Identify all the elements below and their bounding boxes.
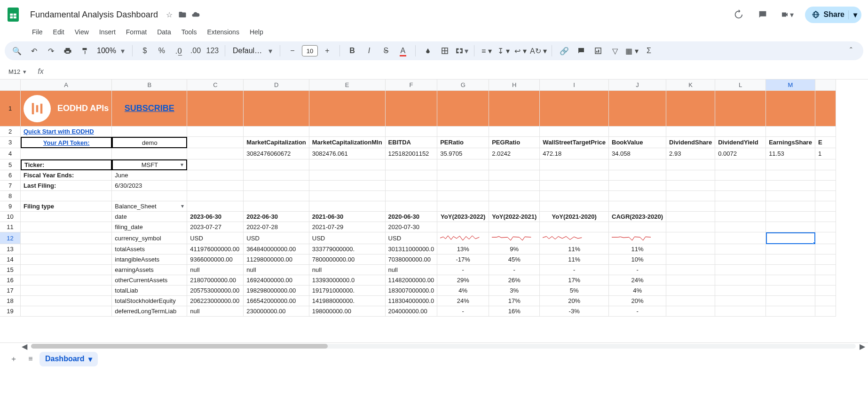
col-D[interactable]: D xyxy=(244,79,309,91)
cell-J2[interactable] xyxy=(609,127,666,137)
menu-view[interactable]: View xyxy=(70,26,94,38)
row-11[interactable]: 11 xyxy=(0,222,21,232)
cell-B7[interactable]: 6/30/2023 xyxy=(112,181,187,191)
cell-F15[interactable]: null xyxy=(386,265,438,275)
cell-A19[interactable] xyxy=(21,306,112,317)
cell-E8[interactable] xyxy=(309,191,386,201)
cell-E19[interactable]: 198000000.00 xyxy=(309,306,386,317)
cell-H11[interactable] xyxy=(489,222,540,232)
cell-F10[interactable]: 2020-06-30 xyxy=(386,212,438,222)
scroll-track[interactable] xyxy=(31,344,856,349)
cell-C17[interactable]: 205753000000.00 xyxy=(187,286,244,296)
cell-A18[interactable] xyxy=(21,296,112,306)
cell-N12[interactable] xyxy=(815,232,836,244)
cell-D19[interactable]: 230000000.00 xyxy=(244,306,309,317)
cell-K18[interactable] xyxy=(666,296,715,306)
cell-A7[interactable]: Last Filing: xyxy=(21,181,112,191)
cell-A3[interactable]: Your API Token: xyxy=(21,137,112,148)
cell-E17[interactable]: 191791000000. xyxy=(309,286,386,296)
cell-H6[interactable] xyxy=(489,170,540,181)
cell-G9[interactable] xyxy=(437,201,489,212)
search-icon[interactable]: 🔍 xyxy=(9,43,24,58)
select-all[interactable] xyxy=(0,79,21,91)
menu-help[interactable]: Help xyxy=(245,26,268,38)
cell-E16[interactable]: 13393000000.0 xyxy=(309,275,386,286)
quickstart-link[interactable]: Quick Start with EODHD xyxy=(24,128,94,135)
cell-I8[interactable] xyxy=(540,191,609,201)
cell-K15[interactable] xyxy=(666,265,715,275)
cell-N4[interactable]: 1 xyxy=(815,148,836,159)
zoom-select[interactable]: 100%▾ xyxy=(94,46,127,56)
cell-A10[interactable] xyxy=(21,212,112,222)
document-title[interactable]: Fundamental Analysis Dashboard xyxy=(28,9,160,21)
share-chevron-icon[interactable]: ▾ xyxy=(848,10,858,19)
fontsize-increase[interactable]: + xyxy=(320,43,335,58)
cell-A5[interactable]: Ticker: xyxy=(21,159,112,170)
paint-format-icon[interactable] xyxy=(77,43,92,58)
cell-C7[interactable] xyxy=(187,181,244,191)
cell-N17[interactable] xyxy=(815,286,836,296)
cell-D13[interactable]: 364840000000.00 xyxy=(244,244,309,254)
cell-C11[interactable]: 2023-07-27 xyxy=(187,222,244,232)
cell-H7[interactable] xyxy=(489,181,540,191)
cell-I12[interactable] xyxy=(540,232,609,244)
cell-K2[interactable] xyxy=(666,127,715,137)
cell-H10[interactable]: YoY(2022-2021) xyxy=(489,212,540,222)
row-6[interactable]: 6 xyxy=(0,170,21,181)
cell-H12[interactable] xyxy=(489,232,540,244)
cell-L13[interactable] xyxy=(715,244,766,254)
cell-D10[interactable]: 2022-06-30 xyxy=(244,212,309,222)
cell-D6[interactable] xyxy=(244,170,309,181)
meet-icon[interactable]: ▾ xyxy=(781,8,794,21)
cell-G7[interactable] xyxy=(437,181,489,191)
cell-C5[interactable] xyxy=(187,159,244,170)
fontsize-decrease[interactable]: − xyxy=(285,43,300,58)
cell-A9[interactable]: Filing type xyxy=(21,201,112,212)
cell-A16[interactable] xyxy=(21,275,112,286)
cell-L5[interactable] xyxy=(715,159,766,170)
cell-G4[interactable]: 35.9705 xyxy=(437,148,489,159)
col-F[interactable]: F xyxy=(386,79,438,91)
cell-I15[interactable]: - xyxy=(540,265,609,275)
cell-M12[interactable] xyxy=(766,232,815,244)
percent-icon[interactable]: % xyxy=(154,43,169,58)
row-18[interactable]: 18 xyxy=(0,296,21,306)
cell-M13[interactable] xyxy=(766,244,815,254)
row-16[interactable]: 16 xyxy=(0,275,21,286)
cell-B6[interactable]: June xyxy=(112,170,187,181)
cell-N9[interactable] xyxy=(815,201,836,212)
cell-B2[interactable] xyxy=(112,127,187,137)
cell-A15[interactable] xyxy=(21,265,112,275)
cell-D15[interactable]: null xyxy=(244,265,309,275)
cell-F11[interactable]: 2020-07-30 xyxy=(386,222,438,232)
cell-J7[interactable] xyxy=(609,181,666,191)
cell-F1[interactable] xyxy=(386,91,438,127)
col-G[interactable]: G xyxy=(437,79,489,91)
cell-L19[interactable] xyxy=(715,306,766,317)
row-5[interactable]: 5 xyxy=(0,159,21,170)
fontsize-input[interactable]: 10 xyxy=(302,45,318,56)
cell-M9[interactable] xyxy=(766,201,815,212)
cell-L1[interactable] xyxy=(715,91,766,127)
col-B[interactable]: B xyxy=(112,79,187,91)
col-J[interactable]: J xyxy=(609,79,666,91)
cell-H2[interactable] xyxy=(489,127,540,137)
cell-K9[interactable] xyxy=(666,201,715,212)
cell-G18[interactable]: 24% xyxy=(437,296,489,306)
cell-H16[interactable]: 26% xyxy=(489,275,540,286)
cell-K17[interactable] xyxy=(666,286,715,296)
cell-G12[interactable] xyxy=(437,232,489,244)
cell-F2[interactable] xyxy=(386,127,438,137)
cell-L7[interactable] xyxy=(715,181,766,191)
row-8[interactable]: 8 xyxy=(0,191,21,201)
subscribe-link[interactable]: SUBSCRIBE xyxy=(125,103,174,113)
cell-I13[interactable]: 11% xyxy=(540,244,609,254)
cell-E7[interactable] xyxy=(309,181,386,191)
bold-icon[interactable]: B xyxy=(345,43,360,58)
cell-I2[interactable] xyxy=(540,127,609,137)
cell-N7[interactable] xyxy=(815,181,836,191)
cell-K4[interactable]: 2.93 xyxy=(666,148,715,159)
filing-type-select[interactable]: Balance_Sheet xyxy=(112,201,187,212)
cell-I16[interactable]: 17% xyxy=(540,275,609,286)
link-icon[interactable]: 🔗 xyxy=(557,43,572,58)
